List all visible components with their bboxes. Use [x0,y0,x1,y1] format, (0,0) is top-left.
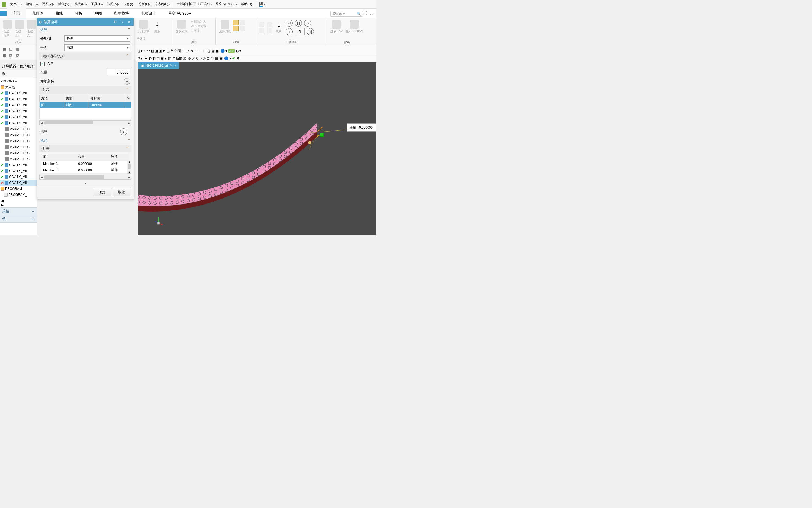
menu-insert[interactable]: 插入(S)▾ [57,1,73,8]
trim-side-combo[interactable]: 外侧 [64,35,130,42]
op-item[interactable]: ✔CAVITY_MIL [0,96,37,102]
op-item[interactable]: VARIABLE_C [0,126,37,132]
more-button[interactable]: ⇣更多 [152,19,162,34]
section-list[interactable]: 列表⌃ [39,86,132,94]
menu-help[interactable]: 帮助(H)▾ [239,1,255,8]
menu-format[interactable]: 格式(R)▾ [73,1,89,8]
create-knife-button[interactable]: 创建刀... [26,19,37,38]
tab-app[interactable] [0,11,6,16]
filter3-icon[interactable]: ▤ [15,46,20,51]
program-item[interactable]: PROGRAM_ [0,192,37,198]
float-label-value[interactable]: 0.000000 [358,125,374,130]
graphics-viewport[interactable]: ▣ N95-CHIMO.prt ✎ ✕ [138,62,376,236]
anim-opt2-icon[interactable] [258,28,264,33]
tab-electrode[interactable]: 电极设计 [135,9,162,18]
search-icon[interactable]: 🔍 [357,12,361,16]
sel-layer-icon[interactable]: ⬚ [137,49,140,53]
menu-edit[interactable]: 编辑(E)▾ [24,1,40,8]
op-item-selected[interactable]: ⊘CAVITY_MIL [0,180,37,186]
tab-curve[interactable]: 曲线 [49,9,69,18]
view2-1-icon[interactable]: ▦ [215,56,219,60]
expand-toggle[interactable]: ▲ [37,181,134,186]
th-method[interactable]: 方法 [40,95,64,102]
sel-filter-icon[interactable]: ▾ [141,49,143,53]
display-opt1-icon[interactable] [233,19,239,25]
th-conn[interactable]: 连接 [109,154,129,161]
op-item[interactable]: VARIABLE_C [0,156,37,162]
save-icon[interactable]: 💾▾ [259,2,265,7]
table-row-selected[interactable]: 面 封闭 Outside [40,102,132,109]
exchange-obj-button[interactable]: 交换对象 [175,19,189,34]
section-custom-data[interactable]: 定制边界数据⌃ [39,52,132,60]
sel2-4-icon[interactable]: ◐ [148,56,151,60]
snap2-1-icon[interactable]: ⊕ [188,56,191,60]
th-side[interactable]: 修剪侧 [89,95,125,102]
op-item[interactable]: VARIABLE_C [0,132,37,138]
section-members[interactable]: 成员⌃ [37,137,134,145]
snap-pt1-icon[interactable]: ⊹ [183,49,186,53]
th-type[interactable]: 类型 [64,95,89,102]
sel2-5-icon[interactable]: ◧ [152,56,155,60]
plane-combo[interactable]: 自动 [64,44,130,51]
ren2-1-icon[interactable]: 🔵 [224,56,229,60]
refresh-icon[interactable]: ↻ [112,20,118,24]
delete-obj-button[interactable]: ✂ 删除对象 [191,19,206,24]
add-set-button[interactable]: + [124,78,130,85]
direction-handle[interactable] [308,141,312,144]
tab-home[interactable]: 主页 [6,8,26,19]
op-item[interactable]: VARIABLE_C [0,150,37,156]
create-tool-button[interactable]: 创建工... [14,19,25,38]
snap-pt7-icon[interactable]: ⬚ [206,49,210,53]
speed-input[interactable]: 5 [295,28,305,35]
anim-opt1-icon[interactable] [258,22,264,27]
snap2-6-icon[interactable]: ⊡ [206,56,209,60]
detail-section[interactable]: 节⌄ [0,215,37,223]
snap2-5-icon[interactable]: ◎ [203,56,206,60]
dialog-titlebar[interactable]: ⚙ 修剪边界 ↻ ? ✕ [37,18,134,26]
curve-icon[interactable]: 〰 [144,49,148,53]
anim-opt3-icon[interactable] [267,22,272,27]
sel2-2-icon[interactable]: ▾ [141,56,143,60]
menu-xingkong[interactable]: 星空 V6.936F▾ [214,1,239,8]
allowance-float-label[interactable]: 余量 0.000000 [347,123,376,132]
snap-pt6-icon[interactable]: ⊡ [203,49,206,53]
table-row[interactable]: Member 40.000000延伸 [42,167,129,174]
snap-pt2-icon[interactable]: ／ [186,48,190,53]
filter2-icon[interactable]: ▥ [8,46,14,51]
render2-icon[interactable]: ▾ [226,49,227,53]
filter1-icon[interactable]: ▦ [1,46,7,51]
op-item[interactable]: ✔CAVITY_MIL [0,114,37,120]
boundary-handle[interactable] [320,133,324,137]
snap2-2-icon[interactable]: ／ [192,56,195,61]
tab-analysis[interactable]: 分析 [69,9,88,18]
skip-end-icon[interactable]: ▷| [307,28,314,35]
sel2-cube-icon[interactable]: ◫ [168,56,171,60]
list-hscrollbar[interactable]: ◀▶ [39,120,132,125]
select-toolpath-button[interactable]: 选择刀轨 [218,19,232,34]
fullscreen-icon[interactable]: ⛶ [363,10,367,17]
snap2-4-icon[interactable]: ○ [200,56,202,60]
op-item[interactable]: ✔CAVITY_MIL [0,174,37,180]
snap2-7-icon[interactable]: ⬚ [210,56,213,60]
tab-view[interactable]: 视图 [88,9,108,18]
play-next-icon[interactable]: ▷ [304,19,311,27]
filter6-icon[interactable]: ▧ [15,53,20,58]
th-item[interactable]: 项 [42,154,77,161]
show-obj-button[interactable]: 👁 显示对象 [191,24,206,28]
view-opt2-icon[interactable]: ▣ [216,49,219,53]
display-opt4-icon[interactable] [240,26,245,31]
member-hscrollbar[interactable]: ◀▶ [39,175,132,179]
anim-opt4-icon[interactable] [267,28,272,33]
tab-geometry[interactable]: 几何体 [26,9,49,18]
snap-pt3-icon[interactable]: ↯ [191,49,194,53]
th-allow[interactable]: 余量 [77,154,110,161]
tab-appmodule[interactable]: 应用模块 [108,9,135,18]
more-op-button[interactable]: ⇣ 更多 [191,29,206,33]
menu-info[interactable]: 信息(I)▾ [122,1,136,8]
render3-icon[interactable]: ◐ [236,49,239,53]
menu-prefs[interactable]: 首选项(P)▾ [153,1,172,8]
tree-root[interactable]: PROGRAM [0,78,37,84]
cancel-button[interactable]: 取消 [113,188,130,196]
section-boundary[interactable]: 边界⌃ [37,26,134,34]
model-part[interactable] [138,116,328,219]
